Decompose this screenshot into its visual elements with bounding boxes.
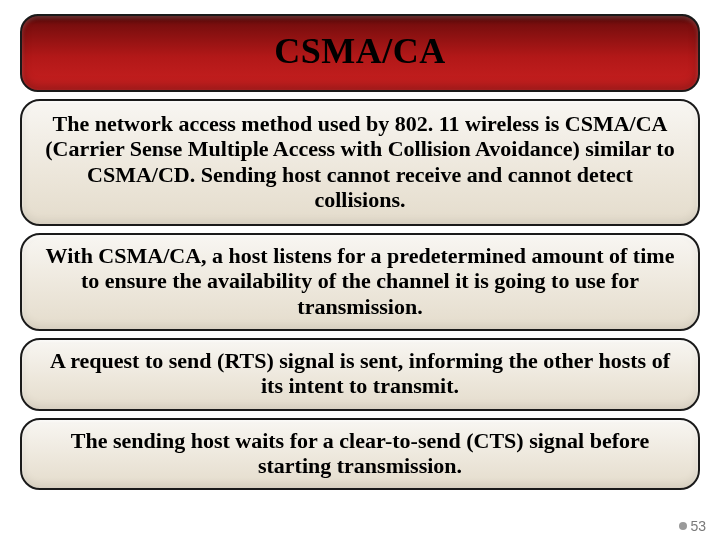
bullet-icon (679, 522, 687, 530)
body-paragraph-3: A request to send (RTS) signal is sent, … (20, 338, 700, 411)
body-paragraph-2: With CSMA/CA, a host listens for a prede… (20, 233, 700, 331)
title-box: CSMA/CA (20, 14, 700, 92)
body-paragraph-4: The sending host waits for a clear-to-se… (20, 418, 700, 491)
page-number-text: 53 (690, 518, 706, 534)
page-number: 53 (679, 518, 706, 534)
body-paragraph-1: The network access method used by 802. 1… (20, 99, 700, 226)
slide-title: CSMA/CA (32, 30, 688, 72)
slide: CSMA/CA The network access method used b… (0, 0, 720, 540)
